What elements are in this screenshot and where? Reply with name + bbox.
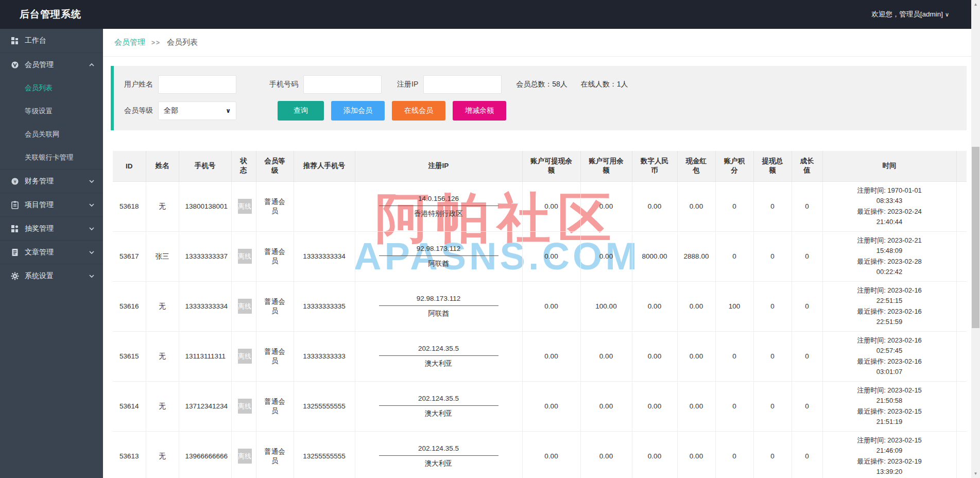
cell-digital-rmb: 0.00	[632, 431, 677, 478]
sidebar-item-member-management[interactable]: 会员管理	[0, 53, 103, 76]
sidebar-item-member-network[interactable]: 会员关联网	[0, 123, 103, 146]
cell-name: 无	[146, 181, 179, 231]
register-ip-field-label: 注册IP	[397, 80, 418, 89]
status-badge: 离线	[238, 299, 252, 314]
table-row: 53615 无 13113111311 离线 普通会员 13333333333 …	[113, 331, 967, 381]
breadcrumb-current: 会员列表	[167, 38, 198, 47]
cell-referrer: 13333333335	[294, 281, 355, 331]
col-name: 姓名	[146, 151, 179, 181]
table-row: 53618 无 13800138001 离线 普通会员 14.0.156.126…	[113, 181, 967, 231]
ip-region: 澳大利亚	[362, 359, 516, 368]
cell-status: 离线	[231, 231, 256, 281]
sidebar-item-workbench[interactable]: 工作台	[0, 29, 103, 53]
last-operation-time: 最近操作: 2023-02-28 00:22:42	[845, 257, 934, 277]
lottery-grid-icon	[10, 225, 20, 233]
chevron-down-icon	[89, 273, 95, 279]
cell-name: 无	[146, 331, 179, 381]
name-input[interactable]	[158, 75, 236, 94]
cell-red-packet: 0.00	[677, 381, 715, 431]
cell-id: 53615	[113, 331, 146, 381]
add-member-button[interactable]: 添加会员	[331, 101, 385, 121]
sidebar-item-bankcard-management[interactable]: 关联银行卡管理	[0, 146, 103, 169]
cell-withdrawable: 0.00	[522, 331, 580, 381]
breadcrumb-parent-link[interactable]: 会员管理	[114, 38, 145, 47]
col-phone: 手机号	[179, 151, 231, 181]
cell-register-ip: 92.98.173.112 阿联酋	[355, 231, 522, 281]
col-account-points: 账户积分	[715, 151, 753, 181]
col-referrer-phone: 推荐人手机号	[294, 151, 355, 181]
cell-level: 普通会员	[256, 181, 294, 231]
scroll-up-arrow-icon[interactable]: ▲	[971, 0, 980, 9]
cell-red-packet: 0.00	[677, 431, 715, 478]
phone-field-label: 手机号码	[269, 80, 298, 89]
adjust-balance-button[interactable]: 增减余额	[453, 101, 506, 121]
cell-id: 53616	[113, 281, 146, 331]
sidebar-item-member-list[interactable]: 会员列表	[0, 76, 103, 99]
query-button[interactable]: 查询	[278, 101, 324, 121]
cell-phone: 13333333337	[179, 231, 231, 281]
chevron-down-icon	[89, 202, 95, 208]
filter-panel: 用户姓名 手机号码 注册IP 会员总数：58人 在线人数：1人 会员等级 全部 …	[111, 66, 967, 130]
sidebar-item-label: 系统设置	[25, 271, 89, 281]
last-operation-time: 最近操作: 2023-02-15 21:51:19	[845, 406, 934, 427]
cell-action: 查看	[956, 431, 967, 478]
cell-digital-rmb: 0.00	[632, 381, 677, 431]
member-stats: 会员总数：58人 在线人数：1人	[516, 80, 628, 89]
svg-text:¥: ¥	[13, 179, 16, 184]
sidebar-item-level-settings[interactable]: 等级设置	[0, 99, 103, 123]
status-badge: 离线	[238, 399, 252, 414]
finance-icon: ¥	[10, 177, 20, 185]
cell-red-packet: 2888.00	[677, 231, 715, 281]
table-row: 53613 无 13966666666 离线 普通会员 13255555555 …	[113, 431, 967, 478]
register-time: 注册时间: 2023-02-16 22:51:15	[845, 285, 934, 306]
col-level: 会员等级	[256, 151, 294, 181]
sidebar-item-projects[interactable]: 项目管理	[0, 193, 103, 216]
register-ip-input[interactable]	[423, 75, 502, 94]
welcome-text: 欢迎您，管理员[admin]	[871, 10, 943, 19]
scroll-down-arrow-icon[interactable]: ▼	[971, 469, 980, 478]
chevron-down-icon	[89, 226, 95, 232]
top-header-bar: 后台管理系统 欢迎您，管理员[admin] ∨	[0, 0, 980, 29]
cell-referrer: 13333333333	[294, 331, 355, 381]
col-time: 时间	[822, 151, 956, 181]
sidebar-item-label: 文章管理	[25, 248, 89, 257]
cell-id: 53617	[113, 231, 146, 281]
cell-level: 普通会员	[256, 281, 294, 331]
register-time: 注册时间: 2023-02-15 21:50:58	[845, 385, 934, 406]
ip-address: 92.98.173.112	[379, 295, 498, 306]
cell-name: 无	[146, 381, 179, 431]
cell-action: 查看	[956, 181, 967, 231]
sidebar-item-articles[interactable]: 文章管理	[0, 240, 103, 264]
sidebar-item-finance[interactable]: ¥ 财务管理	[0, 169, 103, 193]
cell-name: 张三	[146, 231, 179, 281]
cell-level: 普通会员	[256, 331, 294, 381]
cell-total-withdraw: 0	[753, 181, 792, 231]
cell-growth: 0	[792, 281, 822, 331]
phone-input[interactable]	[303, 75, 382, 94]
member-level-select[interactable]: 全部 ∨	[158, 101, 236, 120]
cell-red-packet: 0.00	[677, 181, 715, 231]
sidebar-item-label: 财务管理	[25, 177, 89, 186]
cell-status: 离线	[231, 331, 256, 381]
page-scrollbar[interactable]: ▲ ▼	[971, 0, 980, 478]
app-title: 后台管理系统	[20, 8, 81, 21]
sidebar-item-system-settings[interactable]: 系统设置	[0, 264, 103, 287]
cell-referrer: 13333333334	[294, 231, 355, 281]
online-members-stat: 在线人数：1人	[581, 80, 628, 89]
scrollbar-thumb[interactable]	[972, 147, 979, 328]
last-operation-time: 最近操作: 2023-02-19 13:39:20	[845, 456, 934, 477]
cell-id: 53613	[113, 431, 146, 478]
admin-account-menu[interactable]: 欢迎您，管理员[admin] ∨	[871, 10, 949, 19]
cell-status: 离线	[231, 181, 256, 231]
ip-region: 香港特别行政区	[362, 209, 516, 218]
cell-referrer	[294, 181, 355, 231]
chevron-down-icon: ∨	[226, 107, 231, 114]
chevron-up-icon	[89, 62, 95, 68]
cell-growth: 0	[792, 431, 822, 478]
sidebar-item-label: 工作台	[25, 36, 95, 45]
sidebar-item-lottery[interactable]: 抽奖管理	[0, 216, 103, 240]
cell-total-withdraw: 0	[753, 431, 792, 478]
online-members-button[interactable]: 在线会员	[392, 101, 445, 121]
cell-register-ip: 202.124.35.5 澳大利亚	[355, 331, 522, 381]
ip-address: 202.124.35.5	[379, 345, 498, 356]
